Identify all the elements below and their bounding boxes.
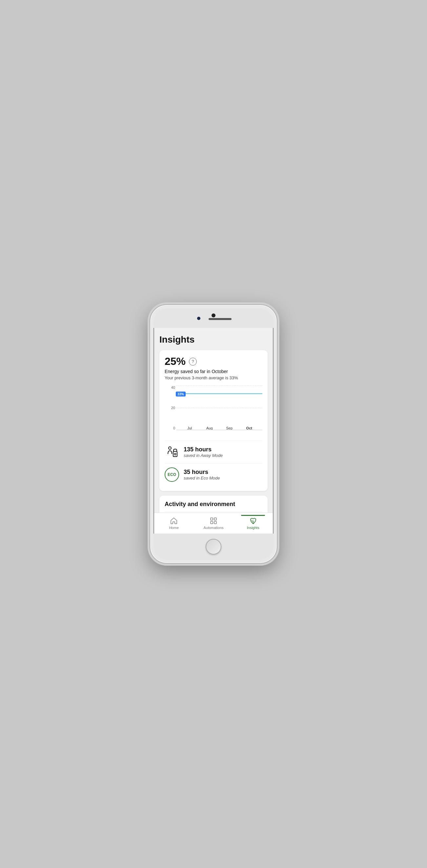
insights-leaf-icon xyxy=(249,517,257,525)
svg-point-0 xyxy=(169,447,171,450)
away-mode-info: 135 hours saved in Away Mode xyxy=(184,446,223,458)
away-mode-row: 135 hours saved in Away Mode xyxy=(165,440,262,463)
chart-area: 33% Jul xyxy=(176,385,262,430)
away-mode-hours: 135 hours xyxy=(184,446,223,453)
energy-avg-label: Your previous 3-month average is 33% xyxy=(165,375,262,380)
activity-title: Activity and environment xyxy=(165,501,262,508)
bars-area: Jul Aug xyxy=(176,385,262,430)
svg-rect-14 xyxy=(214,518,217,520)
page-content: Insights 25% ? Energy saved so far in Oc… xyxy=(154,328,273,534)
x-baseline xyxy=(176,430,262,430)
front-camera-icon xyxy=(197,317,200,320)
away-mode-icon xyxy=(165,445,179,459)
page-title: Insights xyxy=(160,334,267,345)
eco-mode-desc: saved in Eco Mode xyxy=(184,475,220,480)
y-label-0: 0 xyxy=(173,426,175,430)
nav-item-automations[interactable]: Automations xyxy=(194,515,233,532)
bar-sep: Sep xyxy=(220,425,239,430)
camera-icon xyxy=(211,313,216,317)
away-mode-desc: saved in Away Mode xyxy=(184,453,223,458)
y-label-40: 40 xyxy=(171,385,175,390)
phone-inner: Insights 25% ? Energy saved so far in Oc… xyxy=(153,308,274,560)
svg-rect-16 xyxy=(214,522,217,524)
eco-mode-icon: ECO xyxy=(165,467,179,482)
home-button[interactable] xyxy=(206,539,221,555)
phone-device: Insights 25% ? Energy saved so far in Oc… xyxy=(149,304,278,564)
energy-savings-card: 25% ? Energy saved so far in October You… xyxy=(160,350,267,491)
svg-rect-13 xyxy=(210,518,213,520)
speaker-icon xyxy=(208,318,231,320)
energy-percent-value: 25% xyxy=(165,355,186,368)
eco-mode-info: 35 hours saved in Eco Mode xyxy=(184,469,220,480)
info-button[interactable]: ? xyxy=(189,358,197,366)
svg-rect-15 xyxy=(210,522,213,524)
eco-mode-row: ECO 35 hours saved in Eco Mode xyxy=(165,463,262,486)
nav-label-insights: Insights xyxy=(247,526,259,530)
phone-top-bar xyxy=(153,308,274,328)
automations-icon xyxy=(209,517,218,525)
bar-jul: Jul xyxy=(180,425,200,430)
energy-saved-label: Energy saved so far in October xyxy=(165,369,262,374)
eco-badge: ECO xyxy=(165,467,179,482)
y-label-20: 20 xyxy=(171,406,175,410)
nav-label-automations: Automations xyxy=(203,526,223,530)
phone-bottom xyxy=(153,534,274,560)
eco-mode-hours: 35 hours xyxy=(184,469,220,475)
bottom-nav: Home Automations xyxy=(154,513,273,534)
svg-point-2 xyxy=(174,453,176,455)
screen-scroll[interactable]: Insights 25% ? Energy saved so far in Oc… xyxy=(154,328,273,534)
away-icon-svg xyxy=(165,445,179,459)
nav-item-home[interactable]: Home xyxy=(154,515,194,532)
bar-chart: 40 20 0 xyxy=(165,385,262,438)
bar-oct: Oct xyxy=(239,425,259,430)
y-axis: 40 20 0 xyxy=(165,385,176,430)
svg-rect-1 xyxy=(173,452,177,457)
nav-item-insights[interactable]: Insights xyxy=(233,515,273,532)
screen: Insights 25% ? Energy saved so far in Oc… xyxy=(153,328,274,534)
bar-aug: Aug xyxy=(200,425,220,430)
nav-label-home: Home xyxy=(169,526,179,530)
home-icon xyxy=(170,517,178,525)
energy-percent-row: 25% ? xyxy=(165,355,262,368)
